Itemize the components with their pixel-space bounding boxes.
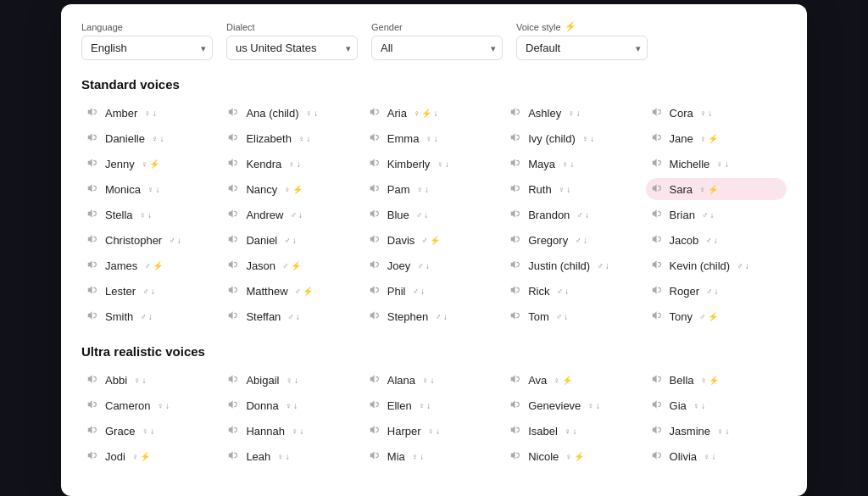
voice-item[interactable]: Brandon♂↓ bbox=[504, 203, 645, 226]
voice-item[interactable]: Gia♀↓ bbox=[646, 394, 787, 416]
modal-overlay[interactable]: Language English Dialect us United State… bbox=[0, 0, 868, 496]
voice-item[interactable]: Gregory♂↓ bbox=[504, 229, 645, 251]
gender-badge: ♂ bbox=[556, 312, 563, 321]
voice-item[interactable]: Cora♀↓ bbox=[646, 102, 787, 124]
voice-item[interactable]: Andrew♂↓ bbox=[222, 203, 363, 226]
voice-item[interactable]: Grace♀↓ bbox=[81, 420, 222, 442]
gender-badge: ♀ bbox=[284, 185, 291, 194]
voice-item[interactable]: Nancy♀⚡ bbox=[222, 178, 363, 200]
voice-item[interactable]: Monica♀↓ bbox=[81, 178, 222, 200]
gender-badge: ♀ bbox=[716, 159, 723, 169]
voice-item[interactable]: Lester♂↓ bbox=[81, 280, 222, 302]
voice-item[interactable]: Ivy (child)♀↓ bbox=[504, 127, 645, 149]
voice-item[interactable]: Justin (child)♂↓ bbox=[504, 254, 645, 276]
voice-item[interactable]: Jasmine♀↓ bbox=[646, 420, 787, 442]
voice-item[interactable]: Phil♂↓ bbox=[364, 280, 504, 302]
voice-item[interactable]: Jane♀⚡ bbox=[646, 127, 787, 149]
language-label: Language bbox=[81, 22, 213, 32]
voice-item[interactable]: Danielle♀↓ bbox=[81, 127, 222, 149]
voice-item[interactable]: Brian♂↓ bbox=[646, 203, 787, 226]
voice-item[interactable]: Amber♀↓ bbox=[81, 102, 222, 124]
voice-badges: ♂⚡ bbox=[282, 261, 301, 270]
voice-item[interactable]: Joey♂↓ bbox=[364, 254, 504, 276]
voice-item[interactable]: Abigail♀↓ bbox=[222, 369, 363, 391]
voice-item[interactable]: Ava♀⚡ bbox=[504, 369, 645, 391]
download-badge: ↓ bbox=[590, 134, 594, 143]
gender-badge: ♀ bbox=[701, 376, 708, 385]
voice-badges: ♂⚡ bbox=[699, 312, 718, 321]
voice-item[interactable]: Donna♀↓ bbox=[222, 394, 363, 416]
voice-item[interactable]: Ruth♀↓ bbox=[504, 178, 645, 200]
voice-badges: ♂↓ bbox=[287, 312, 300, 321]
voice-item[interactable]: Kendra♀↓ bbox=[222, 153, 363, 175]
voice-item[interactable]: Jason♂⚡ bbox=[222, 254, 363, 276]
voice-item[interactable]: Mia♀↓ bbox=[364, 445, 504, 467]
speaker-icon bbox=[651, 208, 665, 221]
voice-item[interactable]: Harper♀↓ bbox=[364, 420, 504, 442]
voice-item[interactable]: Maya♀↓ bbox=[504, 153, 645, 175]
voice-item[interactable]: Elizabeth♀↓ bbox=[222, 127, 363, 149]
voice-item[interactable]: Sara♀⚡ bbox=[646, 178, 787, 200]
voice-name: Jane bbox=[670, 132, 693, 145]
voice-item[interactable]: Olivia♀↓ bbox=[646, 445, 787, 467]
voice-name: Nicole bbox=[528, 450, 559, 463]
voice-item[interactable]: Matthew♂⚡ bbox=[222, 280, 363, 302]
voice-item[interactable]: Nicole♀⚡ bbox=[504, 445, 645, 467]
voice-item[interactable]: Jacob♂↓ bbox=[646, 229, 787, 251]
voice-item[interactable]: Ellen♀↓ bbox=[364, 394, 504, 416]
voice-item[interactable]: Jenny♀⚡ bbox=[81, 153, 222, 175]
voice-badges: ♂⚡ bbox=[295, 287, 314, 296]
voice-item[interactable]: Blue♂↓ bbox=[364, 203, 504, 226]
voice-name: Gia bbox=[670, 399, 687, 412]
bolt-badge: ⚡ bbox=[292, 185, 303, 194]
voice-style-select[interactable]: Default bbox=[516, 36, 648, 60]
voice-item[interactable]: Ashley♀↓ bbox=[504, 102, 645, 124]
voice-item[interactable]: Isabel♀↓ bbox=[504, 420, 645, 442]
voice-name: Monica bbox=[105, 183, 141, 196]
speaker-icon bbox=[227, 182, 241, 196]
voice-item[interactable]: Jodi♀⚡ bbox=[81, 445, 222, 467]
voice-name: Michelle bbox=[670, 158, 710, 170]
download-badge: ↓ bbox=[426, 261, 430, 270]
voice-item[interactable]: Bella♀⚡ bbox=[646, 369, 787, 391]
voice-item[interactable]: Roger♂↓ bbox=[646, 280, 787, 302]
bolt-badge: ⚡ bbox=[149, 159, 159, 169]
dialect-select[interactable]: us United States bbox=[226, 36, 358, 60]
voice-item[interactable]: Daniel♂↓ bbox=[222, 229, 363, 251]
voice-item[interactable]: Abbi♀↓ bbox=[81, 369, 222, 391]
voice-item[interactable]: Leah♀↓ bbox=[222, 445, 363, 467]
voice-item[interactable]: Rick♂↓ bbox=[504, 280, 645, 302]
voice-item[interactable]: Hannah♀↓ bbox=[222, 420, 363, 442]
gender-select[interactable]: All bbox=[371, 36, 503, 60]
voice-item[interactable]: Michelle♀↓ bbox=[646, 153, 787, 175]
voice-item[interactable]: James♂⚡ bbox=[81, 254, 222, 276]
gender-badge: ♀ bbox=[142, 159, 148, 169]
voice-item[interactable]: Davis♂⚡ bbox=[364, 229, 504, 251]
voice-item[interactable]: Steffan♂↓ bbox=[222, 305, 363, 327]
voice-item[interactable]: Alana♀↓ bbox=[364, 369, 504, 391]
voice-item[interactable]: Emma♀↓ bbox=[364, 127, 504, 149]
language-select[interactable]: English bbox=[81, 36, 213, 60]
voice-item[interactable]: Genevieve♀↓ bbox=[504, 394, 645, 416]
speaker-icon bbox=[86, 309, 100, 323]
voice-item[interactable]: Stella♀↓ bbox=[81, 203, 222, 226]
voice-name: Cora bbox=[670, 107, 693, 120]
speaker-icon bbox=[651, 424, 665, 437]
voice-item[interactable]: Pam♀↓ bbox=[364, 178, 504, 200]
voice-item[interactable]: Cameron♀↓ bbox=[81, 394, 222, 416]
voice-item[interactable]: Tom♂↓ bbox=[504, 305, 645, 327]
voice-item[interactable]: Kevin (child)♂↓ bbox=[646, 254, 787, 276]
voice-item[interactable]: Ana (child)♀↓ bbox=[222, 102, 363, 124]
voice-item[interactable]: Christopher♂↓ bbox=[81, 229, 222, 251]
speaker-icon bbox=[509, 398, 523, 412]
gender-badge: ♂ bbox=[705, 236, 712, 245]
voice-item[interactable]: Aria♀⚡↓ bbox=[364, 102, 504, 124]
voice-item[interactable]: Kimberly♀↓ bbox=[364, 153, 504, 175]
gender-badge: ♂ bbox=[706, 287, 713, 296]
download-badge: ↓ bbox=[436, 426, 440, 436]
voice-item[interactable]: Tony♂⚡ bbox=[646, 305, 787, 327]
voice-item[interactable]: Smith♂↓ bbox=[81, 305, 222, 327]
voice-item[interactable]: Stephen♂↓ bbox=[364, 305, 504, 327]
voice-name: Smith bbox=[105, 310, 133, 323]
bolt-badge: ⚡ bbox=[303, 287, 313, 296]
